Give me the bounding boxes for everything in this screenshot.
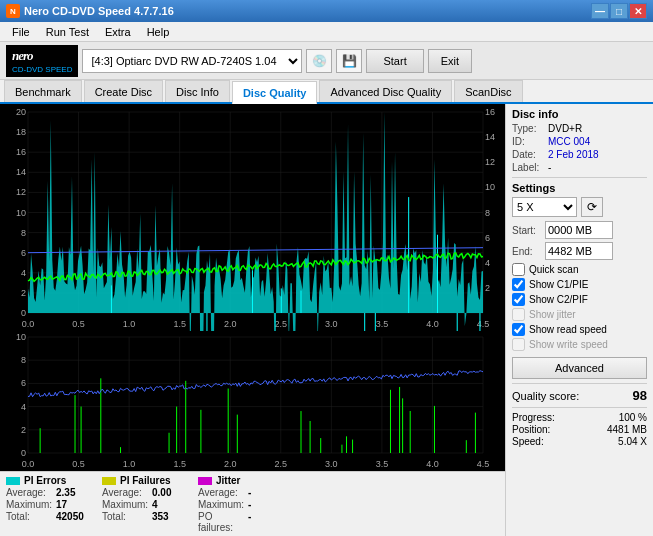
date-label: Date: bbox=[512, 149, 548, 160]
c2pif-label: Show C2/PIF bbox=[529, 294, 588, 305]
quality-row: Quality score: 98 bbox=[512, 388, 647, 403]
disc-date-row: Date: 2 Feb 2018 bbox=[512, 149, 647, 160]
titlebar-left: N Nero CD-DVD Speed 4.7.7.16 bbox=[6, 4, 174, 18]
quick-scan-checkbox[interactable] bbox=[512, 263, 525, 276]
disc-type-row: Type: DVD+R bbox=[512, 123, 647, 134]
refresh-button[interactable]: ⟳ bbox=[581, 197, 603, 217]
disc-info-title: Disc info bbox=[512, 108, 647, 120]
pi-errors-label: PI Errors bbox=[24, 475, 66, 486]
logo: nero CD-DVD SPEED bbox=[6, 45, 78, 77]
bottom-chart bbox=[0, 331, 505, 471]
pi-failures-avg-label: Average: bbox=[102, 487, 148, 498]
progress-value: 100 % bbox=[619, 412, 647, 423]
tab-advanced-disc-quality[interactable]: Advanced Disc Quality bbox=[319, 80, 452, 102]
advanced-button[interactable]: Advanced bbox=[512, 357, 647, 379]
c1pie-checkbox[interactable] bbox=[512, 278, 525, 291]
c2pif-row: Show C2/PIF bbox=[512, 293, 647, 306]
jitter-avg-label: Average: bbox=[198, 487, 244, 498]
chart-area: PI Errors Average: 2.35 Maximum: 17 Tota… bbox=[0, 104, 505, 536]
disc-label-row: Label: - bbox=[512, 162, 647, 173]
id-value: MCC 004 bbox=[548, 136, 590, 147]
jitter-max-label: Maximum: bbox=[198, 499, 244, 510]
menu-help[interactable]: Help bbox=[139, 25, 178, 39]
toolbar: nero CD-DVD SPEED [4:3] Optiarc DVD RW A… bbox=[0, 42, 653, 80]
top-chart bbox=[0, 104, 505, 331]
c2pif-checkbox[interactable] bbox=[512, 293, 525, 306]
jitter-row: Show jitter bbox=[512, 308, 647, 321]
start-label: Start: bbox=[512, 225, 542, 236]
minimize-button[interactable]: — bbox=[591, 3, 609, 19]
legend-pi-errors: PI Errors Average: 2.35 Maximum: 17 Tota… bbox=[6, 475, 86, 533]
jitter-checkbox[interactable] bbox=[512, 308, 525, 321]
tab-disc-quality[interactable]: Disc Quality bbox=[232, 81, 318, 104]
logo-text: nero bbox=[12, 48, 72, 64]
pi-failures-total-label: Total: bbox=[102, 511, 148, 522]
read-speed-row: Show read speed bbox=[512, 323, 647, 336]
quick-scan-label: Quick scan bbox=[529, 264, 578, 275]
maximize-button[interactable]: □ bbox=[610, 3, 628, 19]
speed-value: 5.04 X bbox=[618, 436, 647, 447]
top-chart-canvas bbox=[0, 104, 505, 331]
bottom-chart-canvas bbox=[0, 331, 505, 471]
pi-errors-avg-label: Average: bbox=[6, 487, 52, 498]
speed-row-progress: Speed: 5.04 X bbox=[512, 436, 647, 447]
c1pie-label: Show C1/PIE bbox=[529, 279, 588, 290]
tab-benchmark[interactable]: Benchmark bbox=[4, 80, 82, 102]
date-value: 2 Feb 2018 bbox=[548, 149, 599, 160]
type-label: Type: bbox=[512, 123, 548, 134]
pi-failures-max-label: Maximum: bbox=[102, 499, 148, 510]
drive-select[interactable]: [4:3] Optiarc DVD RW AD-7240S 1.04 bbox=[82, 49, 302, 73]
app-title: Nero CD-DVD Speed 4.7.7.16 bbox=[24, 5, 174, 17]
titlebar-controls[interactable]: — □ ✕ bbox=[591, 3, 647, 19]
type-value: DVD+R bbox=[548, 123, 582, 134]
divider-1 bbox=[512, 177, 647, 178]
start-input[interactable] bbox=[545, 221, 613, 239]
start-mb-row: Start: bbox=[512, 221, 647, 239]
tab-scandisc[interactable]: ScanDisc bbox=[454, 80, 522, 102]
legend-jitter: Jitter Average: - Maximum: - PO failures… bbox=[198, 475, 278, 533]
write-speed-checkbox[interactable] bbox=[512, 338, 525, 351]
po-failures-value: - bbox=[248, 511, 251, 533]
speed-label: Speed: bbox=[512, 436, 544, 447]
tabs: Benchmark Create Disc Disc Info Disc Qua… bbox=[0, 80, 653, 104]
pi-errors-total: 42050 bbox=[56, 511, 84, 522]
close-button[interactable]: ✕ bbox=[629, 3, 647, 19]
pi-failures-avg: 0.00 bbox=[152, 487, 171, 498]
jitter-label: Jitter bbox=[216, 475, 240, 486]
pi-errors-color bbox=[6, 477, 20, 485]
menu-extra[interactable]: Extra bbox=[97, 25, 139, 39]
pi-errors-avg: 2.35 bbox=[56, 487, 75, 498]
end-input[interactable] bbox=[545, 242, 613, 260]
pi-failures-max: 4 bbox=[152, 499, 158, 510]
quality-score: 98 bbox=[633, 388, 647, 403]
app-icon: N bbox=[6, 4, 20, 18]
menu-file[interactable]: File bbox=[4, 25, 38, 39]
exit-button[interactable]: Exit bbox=[428, 49, 472, 73]
position-value: 4481 MB bbox=[607, 424, 647, 435]
pi-errors-max-label: Maximum: bbox=[6, 499, 52, 510]
menu-run-test[interactable]: Run Test bbox=[38, 25, 97, 39]
position-label: Position: bbox=[512, 424, 550, 435]
read-speed-label: Show read speed bbox=[529, 324, 607, 335]
logo-sub: CD-DVD SPEED bbox=[12, 65, 72, 74]
speed-select[interactable]: 5 X bbox=[512, 197, 577, 217]
jitter-avg: - bbox=[248, 487, 251, 498]
pi-errors-total-label: Total: bbox=[6, 511, 52, 522]
tab-create-disc[interactable]: Create Disc bbox=[84, 80, 163, 102]
settings-title: Settings bbox=[512, 182, 647, 194]
pi-failures-total: 353 bbox=[152, 511, 169, 522]
jitter-label: Show jitter bbox=[529, 309, 576, 320]
c1pie-row: Show C1/PIE bbox=[512, 278, 647, 291]
position-row: Position: 4481 MB bbox=[512, 424, 647, 435]
titlebar: N Nero CD-DVD Speed 4.7.7.16 — □ ✕ bbox=[0, 0, 653, 22]
jitter-color bbox=[198, 477, 212, 485]
start-button[interactable]: Start bbox=[366, 49, 423, 73]
save-icon-button[interactable]: 💾 bbox=[336, 49, 362, 73]
po-failures-label: PO failures: bbox=[198, 511, 244, 533]
quality-label: Quality score: bbox=[512, 390, 579, 402]
read-speed-checkbox[interactable] bbox=[512, 323, 525, 336]
menubar: File Run Test Extra Help bbox=[0, 22, 653, 42]
disc-icon-button[interactable]: 💿 bbox=[306, 49, 332, 73]
tab-disc-info[interactable]: Disc Info bbox=[165, 80, 230, 102]
end-label: End: bbox=[512, 246, 542, 257]
